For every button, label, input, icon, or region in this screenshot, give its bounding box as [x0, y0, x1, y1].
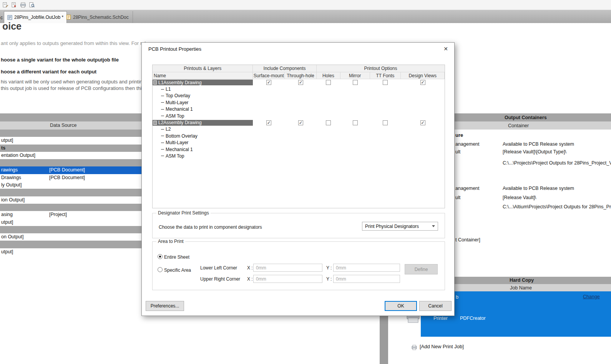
add-new-output-container[interactable]: t Container] [455, 237, 480, 243]
printouts-table: Printouts & Layers Include Components Pr… [152, 65, 445, 208]
specific-area-label[interactable]: Specific Area [164, 268, 191, 273]
layer-row[interactable]: Mechanical 1 [153, 146, 445, 153]
printout-name: L1Assembly Drawing [158, 80, 202, 85]
design-views-checkbox[interactable] [420, 120, 425, 125]
layer-row[interactable]: ASM Top [153, 113, 445, 119]
tree-branch-icon [161, 149, 164, 150]
holes-checkbox[interactable] [326, 80, 331, 85]
add-print-job-icon[interactable] [412, 345, 417, 352]
area-to-print-group: Area to Print Entire Sheet Specific Area… [152, 241, 445, 290]
specific-area-radio[interactable] [158, 267, 163, 272]
layer-name: ASM Top [166, 113, 184, 119]
printer-name: PDFCreator [460, 316, 486, 321]
layer-name: Multi-Layer [166, 100, 188, 105]
printout-row[interactable]: L1Assembly Drawing [153, 79, 445, 86]
lower-left-y-input[interactable] [333, 264, 400, 272]
schematic-file-icon [66, 15, 71, 20]
designator-dropdown[interactable]: Print Physical Designators [362, 222, 438, 231]
hardcopy-panel-title: Hard Copy [510, 278, 534, 283]
area-group-legend: Area to Print [156, 239, 185, 244]
print-preview-icon[interactable] [28, 1, 35, 8]
col-header-name: Name [153, 72, 253, 79]
container-row-value: [Release Vault]\[Output Type]\ [503, 149, 566, 155]
change-link[interactable]: Change [583, 294, 600, 299]
surface-mount-checkbox[interactable] [266, 80, 271, 85]
define-button[interactable]: Define [405, 264, 438, 274]
surface-mount-checkbox[interactable] [266, 120, 271, 125]
printout-name: L2Assembly Drawing [158, 120, 202, 125]
job-name-fragment: b [456, 294, 458, 300]
holes-checkbox[interactable] [326, 120, 331, 125]
design-views-checkbox[interactable] [420, 80, 425, 85]
layer-name: L2 [166, 126, 171, 132]
printout-row[interactable]: L2Assembly Drawing [153, 119, 445, 126]
layer-name: Bottom Overlay [166, 133, 198, 139]
tab-label: 28Pins_Schematic.SchDoc [73, 15, 129, 20]
clipped-tab-fragment[interactable]: c [0, 15, 3, 20]
container-section-header: ure [455, 132, 463, 138]
layer-row[interactable]: Top Overlay [153, 93, 445, 99]
mirror-checkbox[interactable] [353, 120, 358, 125]
layer-row[interactable]: Bottom Overlay [153, 133, 445, 139]
layer-row[interactable]: Multi-Layer [153, 140, 445, 146]
variant-note-2: this output job is used for release of P… [1, 85, 148, 91]
container-output-path: C:\...\Projects\Project Outputs for 28Pi… [503, 160, 611, 166]
print-icon[interactable] [19, 1, 27, 8]
group-header-include-components: Include Components [253, 65, 317, 72]
layer-row[interactable]: L2 [153, 126, 445, 133]
layer-row[interactable]: Multi-Layer [153, 99, 445, 106]
upper-right-y-input[interactable] [333, 275, 400, 283]
tt-fonts-checkbox[interactable] [383, 120, 388, 125]
printout-title-bar[interactable]: L2Assembly Drawing [153, 120, 253, 126]
tree-branch-icon [161, 89, 164, 90]
col-header-tt-fonts: TT Fonts [370, 72, 401, 79]
pcb-printout-properties-dialog: PCB Printout Properties ✕ Printouts & La… [141, 42, 455, 316]
tree-branch-icon [161, 109, 164, 110]
chevron-down-icon [432, 225, 435, 227]
tree-branch-icon [161, 136, 164, 136]
x-label: X : [247, 265, 253, 271]
table-column-header-row: Name Surface-mount Through-hole Holes Mi… [153, 72, 445, 79]
validate-icon[interactable] [10, 1, 18, 8]
through-hole-checkbox[interactable] [298, 120, 303, 125]
close-icon[interactable]: ✕ [443, 46, 448, 52]
mirror-checkbox[interactable] [353, 80, 358, 85]
container-row-value: [Release Vault]\ [503, 195, 536, 200]
variant-option-different[interactable]: hoose a different variant for each outpu… [1, 69, 96, 75]
through-hole-checkbox[interactable] [298, 80, 303, 85]
container-row-value: Available to PCB Release system [503, 141, 574, 147]
layer-name: ASM Top [166, 153, 184, 159]
upper-right-x-input[interactable] [253, 275, 322, 283]
layer-row[interactable]: L1 [153, 86, 445, 92]
layer-name: Top Overlay [166, 93, 190, 98]
designator-prompt: Choose the data to print in component de… [159, 224, 262, 230]
container-output-path: C:\...\Altium\Projects\Project Outputs f… [503, 204, 611, 209]
tree-branch-icon [161, 96, 164, 96]
layer-name: L1 [166, 86, 171, 92]
printout-title-bar[interactable]: L1Assembly Drawing [153, 80, 253, 85]
tab-schematic[interactable]: 28Pins_Schematic.SchDoc [62, 11, 133, 23]
variant-option-single[interactable]: hoose a single variant for the whole out… [1, 57, 119, 63]
ok-button[interactable]: OK [385, 301, 417, 311]
container-row-label: ult [455, 149, 460, 155]
preferences-button[interactable]: Preferences... [146, 301, 184, 311]
col-header-holes: Holes [317, 72, 340, 79]
entire-sheet-label[interactable]: Entire Sheet [164, 254, 189, 260]
layer-row[interactable]: ASM Top [153, 153, 445, 159]
variant-intro-text: ant only applies to outputs generated fr… [1, 40, 148, 46]
top-toolbar [0, 0, 611, 10]
entire-sheet-radio[interactable] [158, 254, 163, 259]
lower-left-x-input[interactable] [253, 264, 322, 272]
table-group-header-row: Printouts & Layers Include Components Pr… [153, 65, 445, 72]
job-name-column-header: Job Name [510, 285, 532, 291]
edit-document-icon[interactable] [2, 1, 9, 8]
printout-page-icon [153, 121, 157, 125]
tree-branch-icon [161, 156, 164, 156]
cancel-button[interactable]: Cancel [419, 301, 452, 311]
layer-row[interactable]: Mechanical 1 [153, 106, 445, 113]
variant-note-1: his variant will be only used when gener… [1, 79, 145, 85]
layer-name: Multi-Layer [166, 140, 188, 145]
add-new-print-job[interactable]: [Add New Print Job] [420, 344, 464, 349]
tt-fonts-checkbox[interactable] [383, 80, 388, 85]
document-tab-bar: c 28Pins_Jobfile.OutJob * 28Pins_Schemat… [0, 10, 611, 23]
